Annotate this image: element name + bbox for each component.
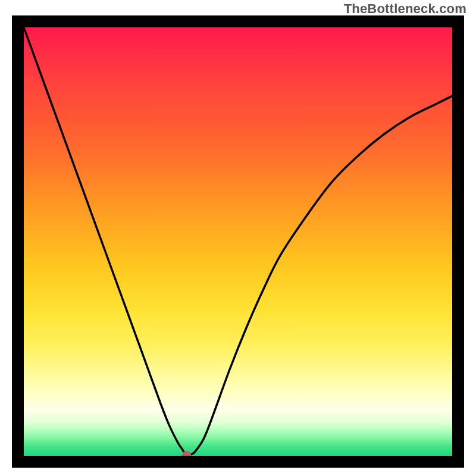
chart-stage: TheBottleneck.com xyxy=(0,0,476,476)
watermark-text: TheBottleneck.com xyxy=(344,1,466,17)
plot-area xyxy=(24,27,452,456)
bottleneck-curve-svg xyxy=(24,27,452,456)
bottleneck-curve xyxy=(24,27,452,456)
